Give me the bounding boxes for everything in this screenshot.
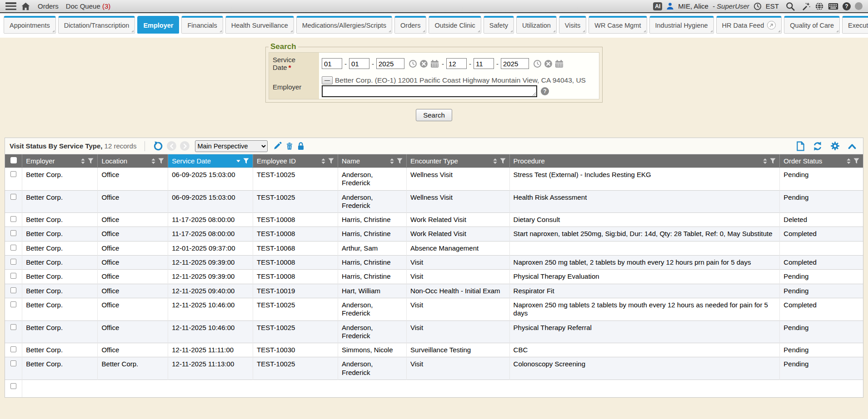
row-checkbox[interactable] (10, 301, 16, 307)
date-to-year-input[interactable] (501, 58, 529, 69)
cell-encounter-type: Wellness Visit (407, 168, 510, 191)
clear-date-icon[interactable] (544, 59, 553, 68)
col-employer[interactable]: Employer (22, 154, 98, 168)
tab-dictation-transcription[interactable]: Dictation/Transcription (58, 16, 135, 34)
field-help-icon[interactable]: ? (541, 87, 549, 95)
search-button[interactable]: Search (416, 109, 452, 121)
menu-icon[interactable] (5, 2, 16, 10)
refresh-icon[interactable] (813, 141, 823, 151)
row-checkbox[interactable] (10, 216, 16, 222)
tab-safety[interactable]: Safety (484, 16, 514, 34)
perspective-select[interactable]: Main Perspective (195, 140, 268, 152)
cell-employer: Better Corp. (22, 320, 98, 343)
globe-phone-icon[interactable] (815, 2, 824, 11)
new-document-icon[interactable] (796, 141, 805, 151)
edit-perspective-icon[interactable] (273, 142, 282, 150)
keyboard-icon[interactable] (828, 3, 838, 10)
breadcrumb-orders[interactable]: Orders (38, 2, 59, 10)
tab-industrial-hygiene[interactable]: Industrial Hygiene (649, 16, 714, 34)
calendar-icon[interactable] (555, 59, 564, 68)
collapse-selection-button[interactable]: — (322, 76, 333, 84)
tab-label: Industrial Hygiene (655, 22, 708, 29)
col-encounter-type[interactable]: Encounter Type (407, 154, 510, 168)
cell-procedure: CBC (509, 343, 780, 357)
cell-location: Office (98, 320, 168, 343)
tab-outside-clinic[interactable]: Outside Clinic (429, 16, 481, 34)
tab-orders[interactable]: Orders (394, 16, 426, 34)
row-checkbox[interactable] (10, 383, 16, 389)
wand-icon[interactable] (802, 2, 811, 11)
clear-date-icon[interactable] (419, 59, 428, 68)
home-icon[interactable] (21, 2, 30, 11)
presence-indicator-icon[interactable] (855, 2, 863, 10)
col-name[interactable]: Name (338, 154, 407, 168)
lock-icon[interactable] (297, 142, 304, 150)
tab-quality-of-care[interactable]: Quality of Care (784, 16, 840, 34)
filter-icon (397, 158, 403, 164)
row-checkbox[interactable] (10, 324, 16, 330)
tab-health-surveillance[interactable]: Health Surveillance (225, 16, 294, 34)
row-checkbox[interactable] (10, 273, 16, 279)
row-select-cell (5, 227, 22, 241)
row-checkbox[interactable] (10, 259, 16, 265)
col-location[interactable]: Location (98, 154, 168, 168)
tab-wr-case-mgmt[interactable]: WR Case Mgmt (589, 16, 647, 34)
prev-perspective-icon[interactable] (167, 141, 176, 151)
row-checkbox[interactable] (10, 171, 16, 177)
tab-visits[interactable]: Visits (559, 16, 586, 34)
select-all-checkbox[interactable] (10, 157, 17, 163)
row-checkbox[interactable] (10, 245, 16, 251)
row-checkbox[interactable] (10, 346, 16, 352)
date-from-year-input[interactable] (376, 58, 404, 69)
date-from-month-input[interactable] (322, 58, 342, 69)
row-checkbox[interactable] (10, 287, 16, 293)
clock-icon[interactable] (753, 2, 762, 10)
time-picker-icon[interactable] (533, 59, 542, 68)
tab-medications-allergies-scripts[interactable]: Medications/Allergies/Scripts (296, 16, 392, 34)
delete-perspective-icon[interactable] (285, 142, 294, 150)
user-name[interactable]: MIE, Alice (678, 2, 708, 10)
row-checkbox[interactable] (10, 230, 16, 236)
cell-encounter-type: Absence Management (407, 241, 510, 255)
settings-gear-icon[interactable] (830, 141, 840, 151)
tab-executive-dashboard[interactable]: Executive Dashboard (842, 16, 868, 34)
tab-bar: Appointments Dictation/Transcription Emp… (4, 16, 864, 34)
footer-row (5, 380, 863, 397)
breadcrumb-doc-queue[interactable]: Doc Queue (3) (66, 2, 110, 10)
cell-procedure: Physical Therapy Evaluation (509, 270, 780, 284)
user-role: - SuperUser (713, 2, 749, 10)
tab-appointments[interactable]: Appointments (4, 16, 56, 34)
table-row: Better Corp. Office 12-11-2025 10:46:00 … (5, 298, 863, 320)
date-to-day-input[interactable] (474, 58, 494, 69)
date-from-day-input[interactable] (349, 58, 369, 69)
ai-badge[interactable]: AI (653, 2, 662, 10)
collapse-panel-icon[interactable] (848, 143, 857, 149)
tab-label: Medications/Allergies/Scripts (302, 22, 386, 29)
cell-location: Office (98, 227, 168, 241)
employer-search-input[interactable] (322, 85, 537, 97)
col-employee-id[interactable]: Employee ID (253, 154, 338, 168)
cell-name: Simmons, Nicole (338, 343, 407, 357)
tab-employer[interactable]: Employer (137, 16, 179, 34)
next-perspective-icon[interactable] (180, 141, 190, 151)
cell-employer: Better Corp. (22, 256, 98, 270)
cell-employee-id: TEST-10025 (253, 357, 338, 380)
search-icon[interactable] (786, 2, 795, 11)
col-procedure[interactable]: Procedure (509, 154, 780, 168)
row-checkbox[interactable] (10, 360, 16, 366)
filter-icon (853, 158, 859, 164)
tab-financials[interactable]: Financials (181, 16, 223, 34)
col-order-status[interactable]: Order Status (780, 154, 863, 168)
time-picker-icon[interactable] (409, 59, 417, 68)
help-icon[interactable]: ? (843, 2, 851, 10)
calendar-icon[interactable] (430, 59, 439, 68)
row-checkbox[interactable] (10, 194, 16, 200)
date-to-month-input[interactable] (446, 58, 467, 69)
undo-icon[interactable] (153, 141, 163, 151)
tab-utilization[interactable]: Utilization (516, 16, 557, 34)
table-row: Better Corp. Office 12-11-2025 09:39:00 … (5, 270, 863, 284)
tab-hr-data-feed[interactable]: HR Data Feed (716, 16, 782, 34)
sort-icon (389, 158, 394, 164)
col-service-date[interactable]: Service Date (168, 154, 253, 168)
cell-service-date: 12-11-2025 10:46:00 (168, 298, 253, 320)
